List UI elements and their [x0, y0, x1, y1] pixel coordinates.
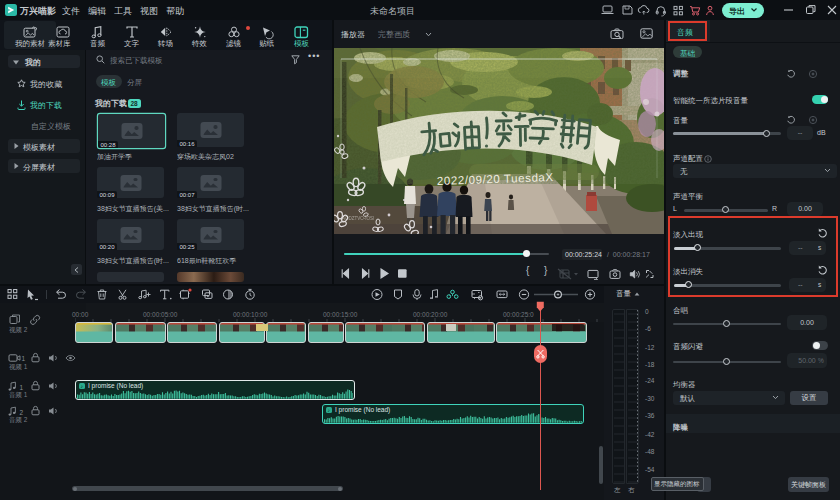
svg-text:2: 2 — [20, 409, 24, 416]
svg-text:1: 1 — [22, 355, 26, 362]
svg-text:AODZTVO-IOSI: AODZTVO-IOSI — [342, 216, 374, 221]
svg-text:1: 1 — [20, 384, 24, 391]
